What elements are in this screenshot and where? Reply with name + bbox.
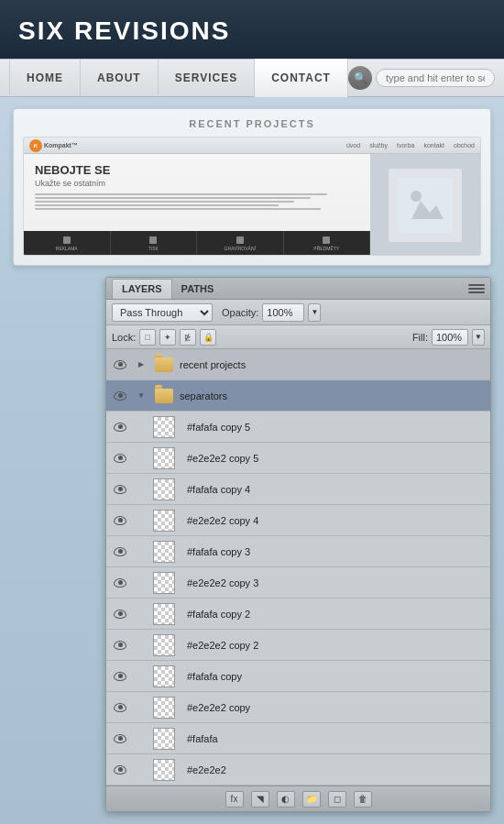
eye-icon xyxy=(114,454,126,463)
layer-visibility-toggle[interactable] xyxy=(106,547,134,556)
project-subheading: Ukažte se ostatním xyxy=(35,179,359,188)
layer-thumbnail-cell xyxy=(152,697,176,719)
layer-row[interactable]: ▼separators xyxy=(106,380,490,412)
bottom-bar-item-gravirovani: GRAVÍROVÁNÍ xyxy=(197,231,284,256)
layer-visibility-toggle[interactable] xyxy=(106,765,134,775)
panel-menu-icon[interactable] xyxy=(468,282,485,295)
fill-arrow-btn[interactable]: ▼ xyxy=(472,329,485,346)
eye-icon xyxy=(114,547,126,556)
layer-thumbnail-cell xyxy=(152,603,176,625)
lock-row: Lock: □ ✦ ⋭ 🔒 Fill: ▼ xyxy=(106,325,490,349)
layer-row[interactable]: #fafafa xyxy=(106,723,490,754)
lock-move-btn[interactable]: ✦ xyxy=(159,329,176,346)
layer-row[interactable]: #fafafa copy xyxy=(106,661,490,692)
layer-visibility-toggle[interactable] xyxy=(106,423,134,432)
layer-row[interactable]: #fafafa copy 3 xyxy=(106,536,490,567)
new-layer-button[interactable]: ◻ xyxy=(328,791,346,808)
layer-name: separators xyxy=(180,390,487,401)
lock-position-btn[interactable]: □ xyxy=(139,329,156,346)
tisk-icon xyxy=(149,236,157,244)
layer-row[interactable]: #e2e2e2 copy 5 xyxy=(106,443,490,474)
nav-item-home[interactable]: HOME xyxy=(9,59,81,97)
tab-layers[interactable]: LAYERS xyxy=(112,279,172,299)
layer-visibility-toggle[interactable] xyxy=(106,360,134,369)
layer-visibility-toggle[interactable] xyxy=(106,734,134,743)
opacity-arrow-btn[interactable]: ▼ xyxy=(308,303,321,322)
reklama-icon xyxy=(63,236,71,244)
gravirovani-icon xyxy=(236,236,244,244)
layer-row[interactable]: ▶recent projects xyxy=(106,349,490,380)
eye-icon xyxy=(114,734,126,743)
mask-button[interactable]: ◥ xyxy=(251,791,269,808)
layer-thumbnail xyxy=(153,541,175,563)
layer-thumbnail-cell xyxy=(152,665,176,687)
folder-expand-icon[interactable]: ▶ xyxy=(134,360,148,368)
group-button[interactable]: 📁 xyxy=(302,791,321,808)
layer-visibility-toggle[interactable] xyxy=(106,578,134,588)
layer-thumbnail-cell xyxy=(152,634,176,656)
layer-name: #fafafa copy 2 xyxy=(180,609,487,620)
layer-row[interactable]: #e2e2e2 xyxy=(106,754,490,786)
lock-all-btn[interactable]: 🔒 xyxy=(200,329,216,346)
layer-thumbnail-cell xyxy=(152,541,176,563)
search-input[interactable] xyxy=(376,69,495,87)
nav-item-services[interactable]: SERVICES xyxy=(159,59,255,97)
layer-row[interactable]: #e2e2e2 copy 4 xyxy=(106,505,490,536)
opacity-input[interactable] xyxy=(262,303,304,322)
layer-visibility-toggle[interactable] xyxy=(106,703,134,712)
folder-expand-icon[interactable]: ▼ xyxy=(134,391,148,400)
eye-icon xyxy=(114,765,126,775)
fill-input[interactable] xyxy=(432,329,468,346)
preview-bar: K Kompakt™ úvod služby tvorba kontakt ob… xyxy=(24,137,480,154)
layer-name: #fafafa copy 4 xyxy=(180,484,487,495)
layer-visibility-toggle[interactable] xyxy=(106,391,134,401)
nav-item-contact[interactable]: CONTACT xyxy=(255,59,348,97)
fx-button[interactable]: fx xyxy=(225,791,244,808)
site-header: SIX REVISIONS xyxy=(0,0,504,59)
search-icon[interactable]: 🔍 xyxy=(348,66,372,90)
layer-thumbnail-cell xyxy=(152,447,176,469)
eye-icon xyxy=(114,485,126,494)
layer-visibility-toggle[interactable] xyxy=(106,485,134,494)
project-desc xyxy=(35,193,359,210)
blend-mode-select[interactable]: Pass Through Normal Multiply Screen xyxy=(112,303,213,322)
recent-projects-area: RECENT PROJECTS K Kompakt™ úvod služby t… xyxy=(13,108,491,266)
nav-item-about[interactable]: ABOUT xyxy=(81,59,159,97)
lock-pixel-btn[interactable]: ⋭ xyxy=(180,329,196,346)
project-content: NEBOJTE SE Ukažte se ostatním REKLAMA xyxy=(24,154,480,256)
panel-header: LAYERS PATHS xyxy=(106,278,490,300)
layer-visibility-toggle[interactable] xyxy=(106,641,134,650)
layer-thumbnail xyxy=(153,478,175,500)
bottom-bar-item-tisk: TISK xyxy=(111,231,198,256)
layer-thumbnail-cell xyxy=(152,510,176,532)
layer-row[interactable]: #e2e2e2 copy xyxy=(106,692,490,723)
layer-visibility-toggle[interactable] xyxy=(106,454,134,463)
eye-icon xyxy=(114,391,126,401)
tab-paths[interactable]: PATHS xyxy=(172,279,224,299)
layer-thumbnail-cell xyxy=(152,478,176,500)
adjustment-button[interactable]: ◐ xyxy=(277,791,295,808)
desc-line xyxy=(35,208,321,210)
layer-row[interactable]: #fafafa copy 4 xyxy=(106,474,490,505)
preview-nav-dots: úvod služby tvorba kontakt obchod xyxy=(346,142,475,148)
layer-thumbnail xyxy=(153,510,175,532)
layer-name: #e2e2e2 copy 4 xyxy=(180,515,487,526)
layer-row[interactable]: #fafafa copy 2 xyxy=(106,599,490,630)
eye-icon xyxy=(114,360,126,369)
nav-search: 🔍 xyxy=(348,66,495,90)
layer-visibility-toggle[interactable] xyxy=(106,672,134,681)
layer-thumbnail-cell xyxy=(152,759,176,781)
layer-thumbnail xyxy=(153,447,175,469)
eye-icon xyxy=(114,578,126,588)
layer-row[interactable]: #e2e2e2 copy 2 xyxy=(106,630,490,661)
layer-visibility-toggle[interactable] xyxy=(106,516,134,525)
delete-button[interactable]: 🗑 xyxy=(354,791,372,808)
layer-name: #fafafa xyxy=(180,733,487,744)
layer-name: #fafafa copy 3 xyxy=(180,546,487,557)
layer-row[interactable]: #e2e2e2 copy 3 xyxy=(106,567,490,599)
layer-row[interactable]: #fafafa copy 5 xyxy=(106,412,490,443)
layer-thumbnail xyxy=(153,759,175,781)
layer-visibility-toggle[interactable] xyxy=(106,610,134,619)
layer-thumbnail xyxy=(153,572,175,594)
layer-thumbnail-cell xyxy=(152,416,176,438)
